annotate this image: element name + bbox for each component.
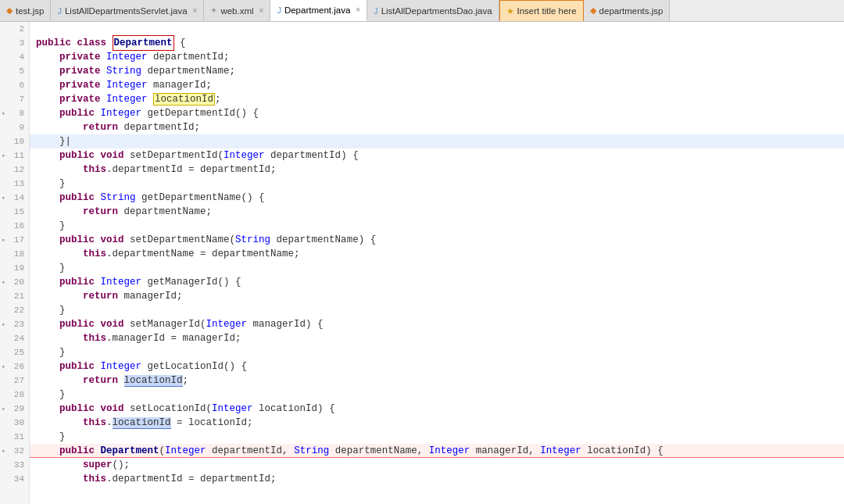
code-line-6: private Integer managerId; (30, 78, 844, 92)
locationid-this-highlight: locationId (113, 417, 171, 429)
line-num-20: 20 (0, 275, 29, 289)
line-num-7: 7 (0, 92, 29, 106)
line-num-6: 6 (0, 78, 29, 92)
line-num-8: 8 (0, 106, 29, 120)
code-line-3: public class Department { (30, 36, 844, 50)
line-num-9: 9 (0, 120, 29, 134)
code-line-30: this .locationId = locationId; (30, 416, 844, 430)
tab-listall-dao[interactable]: J ListAllDepartmentsDao.java (367, 0, 499, 21)
keyword-public: public (36, 36, 71, 50)
tab-label: test.jsp (16, 6, 44, 16)
tab-department-java[interactable]: J Department.java × (270, 0, 367, 21)
code-line-34: this .departmentId = departmentId; (30, 472, 844, 486)
ide-window: ◆ test.jsp J ListAllDepartmentsServlet.j… (0, 0, 844, 504)
line-num-21: 21 (0, 289, 29, 303)
code-line-12: this .departmentId = departmentId; (30, 163, 844, 177)
locationid-highlight: locationId (153, 93, 215, 105)
code-line-24: this .managerId = managerId; (30, 331, 844, 345)
line-num-16: 16 (0, 219, 29, 233)
code-line-11: public void setDepartmentId( Integer dep… (30, 148, 844, 163)
line-num-14: 14 (0, 191, 29, 205)
line-num-32: 32 (0, 444, 29, 458)
code-line-33: super (); (30, 458, 844, 472)
tab-label: ListAllDepartmentsDao.java (381, 6, 492, 16)
java-icon: J (374, 6, 378, 16)
line-num-13: 13 (0, 177, 29, 191)
tab-label: Department.java (284, 5, 350, 15)
locationid-ref-highlight: locationId (124, 375, 183, 387)
code-line-18: this .departmentName = departmentName; (30, 247, 844, 261)
line-num-12: 12 (0, 163, 29, 177)
line-num-34: 34 (0, 472, 29, 486)
line-num-5: 5 (0, 64, 29, 78)
code-editor[interactable]: public class Department { private Intege… (30, 22, 844, 504)
code-line-2 (30, 22, 844, 36)
close-icon[interactable]: × (356, 5, 360, 14)
code-line-32: public Department ( Integer departmentId… (30, 444, 844, 458)
code-line-16: } (30, 219, 844, 233)
code-line-23: public void setManagerId( Integer manage… (30, 317, 844, 331)
title-icon: ★ (506, 6, 514, 16)
line-num-28: 28 (0, 388, 29, 402)
jsp-icon: ◆ (6, 5, 13, 16)
code-line-27: return locationId; (30, 374, 844, 388)
code-line-29: public void setLocationId( Integer locat… (30, 402, 844, 416)
java-icon: J (57, 6, 62, 16)
jsp-icon: ◆ (590, 5, 596, 16)
close-icon[interactable]: × (193, 6, 198, 15)
class-name-department: Department (113, 35, 174, 51)
line-num-24: 24 (0, 331, 29, 345)
code-line-17: public void setDepartmentName( String de… (30, 233, 844, 247)
line-num-23: 23 (0, 317, 29, 331)
code-line-13: } (30, 177, 844, 191)
line-num-17: 17 (0, 233, 29, 247)
editor-area: 2 3 4 5 6 7 8 9 10 11 12 13 14 15 16 17 … (0, 22, 844, 504)
tab-label: Insert title here (517, 6, 577, 16)
line-num-4: 4 (0, 50, 29, 64)
tab-label: web.xml (220, 6, 253, 16)
line-num-26: 26 (0, 359, 29, 374)
xml-icon: ✦ (210, 5, 217, 16)
line-num-3: 3 (0, 36, 29, 50)
tab-test-jsp[interactable]: ◆ test.jsp (0, 0, 51, 21)
code-line-20: public Integer getManagerId() { (30, 275, 844, 289)
line-num-33: 33 (0, 458, 29, 472)
code-line-25: } (30, 345, 844, 359)
tab-label: ListAllDepartmentsServlet.java (65, 6, 188, 16)
line-num-27: 27 (0, 374, 29, 388)
tab-web-xml[interactable]: ✦ web.xml × (204, 0, 270, 21)
line-num-25: 25 (0, 345, 29, 359)
code-line-21: return managerId; (30, 289, 844, 303)
code-line-26: public Integer getLocationId() { (30, 359, 844, 374)
tab-departments-jsp[interactable]: ◆ departments.jsp (584, 0, 671, 21)
line-num-10: 10 (0, 134, 29, 148)
line-num-19: 19 (0, 261, 29, 275)
keyword-class: class (77, 36, 107, 50)
line-num-30: 30 (0, 416, 29, 430)
code-line-8: public Integer getDepartmentId() { (30, 106, 844, 120)
close-icon[interactable]: × (259, 6, 264, 15)
code-line-5: private String departmentName; (30, 64, 844, 78)
code-line-4: private Integer departmentId; (30, 50, 844, 64)
tab-label: departments.jsp (599, 6, 663, 16)
tab-insert-title[interactable]: ★ Insert title here (499, 0, 584, 21)
code-line-7: private Integer locationId; (30, 92, 844, 106)
code-line-31: } (30, 430, 844, 444)
line-num-2: 2 (0, 22, 29, 36)
java-icon: J (277, 5, 281, 15)
line-num-11: 11 (0, 148, 29, 163)
line-num-31: 31 (0, 430, 29, 444)
tab-listall-servlet[interactable]: J ListAllDepartmentsServlet.java × (51, 0, 204, 21)
code-line-15: return departmentName; (30, 205, 844, 219)
code-line-14: public String getDepartmentName() { (30, 191, 844, 205)
line-num-29: 29 (0, 402, 29, 416)
code-line-19: } (30, 261, 844, 275)
tab-bar: ◆ test.jsp J ListAllDepartmentsServlet.j… (0, 0, 844, 22)
code-line-28: } (30, 388, 844, 402)
line-num-15: 15 (0, 205, 29, 219)
line-number-gutter: 2 3 4 5 6 7 8 9 10 11 12 13 14 15 16 17 … (0, 22, 30, 504)
code-line-22: } (30, 303, 844, 317)
line-num-18: 18 (0, 247, 29, 261)
code-line-9: return departmentId; (30, 120, 844, 134)
line-num-22: 22 (0, 303, 29, 317)
